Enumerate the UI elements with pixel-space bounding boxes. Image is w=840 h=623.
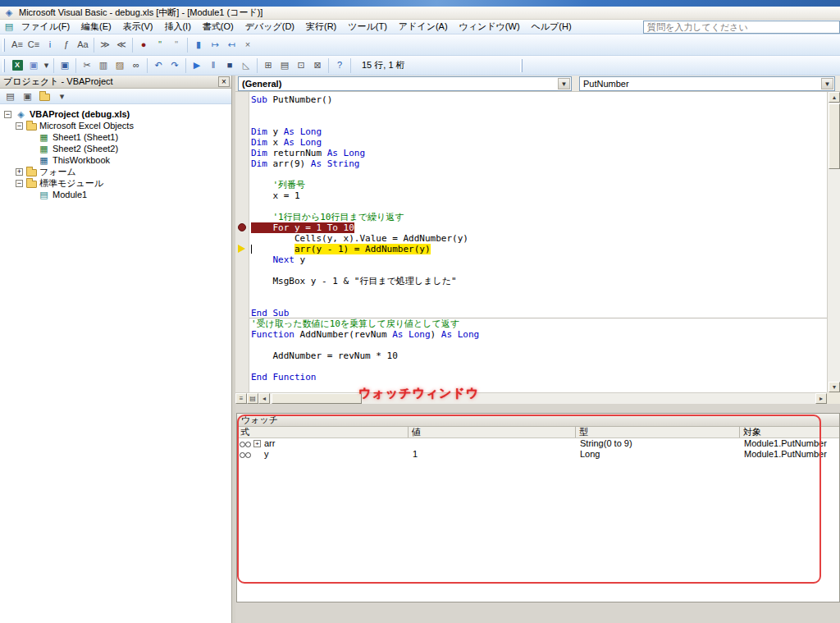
insert-userform-icon[interactable]: ▣ <box>25 57 42 74</box>
collapse-icon[interactable]: − <box>16 180 23 187</box>
cut-icon[interactable]: ✂ <box>79 57 95 74</box>
watch-window-titlebar[interactable]: ウォッチ <box>237 414 839 427</box>
find-icon[interactable]: ∞ <box>128 57 144 74</box>
view-excel-icon[interactable]: X <box>9 57 25 74</box>
copy-icon[interactable]: ▥ <box>95 57 112 74</box>
vertical-scrollbar[interactable]: ▴ ▾ <box>827 92 840 392</box>
previous-bookmark-icon[interactable]: ↤ <box>223 37 240 53</box>
expand-icon[interactable]: + <box>253 440 261 447</box>
view-code-icon[interactable]: ▤ <box>2 89 18 103</box>
menu-item[interactable]: 挿入(I) <box>158 20 196 34</box>
scrollbar-track[interactable] <box>270 393 815 404</box>
help-icon[interactable]: ? <box>331 57 348 74</box>
full-module-view-button[interactable]: ▤ <box>247 393 258 404</box>
watch-column-header[interactable]: 対象 <box>740 427 839 437</box>
menu-item[interactable]: 書式(O) <box>197 20 240 34</box>
toggle-bookmark-icon[interactable]: ▮ <box>190 37 207 53</box>
view-object-icon[interactable]: ▣ <box>20 89 35 103</box>
code-line: Next y <box>251 254 827 265</box>
comment-block-icon[interactable]: '' <box>152 37 168 53</box>
chevron-down-icon[interactable]: ▼ <box>558 78 570 89</box>
properties-window-icon[interactable]: ▤ <box>276 57 293 74</box>
toolbar-drag-handle[interactable] <box>2 59 5 72</box>
code-seg: For y = 1 To 10 <box>251 222 354 233</box>
undo-icon[interactable]: ↶ <box>150 57 167 74</box>
scroll-right-icon[interactable]: ▸ <box>815 393 827 404</box>
code-lines[interactable]: Sub PutNumber()Dim y As LongDim x As Lon… <box>249 92 827 392</box>
watch-column-header[interactable]: 値 <box>409 427 576 437</box>
clear-bookmarks-icon[interactable]: × <box>240 37 256 53</box>
toggle-breakpoint-icon-glyph: ● <box>141 40 147 49</box>
menu-item[interactable]: 実行(R) <box>300 20 342 34</box>
horizontal-scrollbar[interactable]: ≡ ▤ ◂ ▸ <box>235 392 827 404</box>
reset-icon[interactable]: ■ <box>221 57 238 74</box>
expand-icon[interactable]: + <box>16 168 23 176</box>
tree-item[interactable]: Sheet1 (Sheet1) <box>0 131 231 143</box>
paste-icon[interactable]: ▨ <box>112 57 128 74</box>
breakpoint-icon[interactable] <box>238 223 246 231</box>
menu-item[interactable]: ウィンドウ(W) <box>454 20 526 34</box>
insert-dropdown-caret-icon[interactable]: ▾ <box>42 57 51 74</box>
indent-icon[interactable]: ≫ <box>97 37 113 53</box>
scroll-left-icon[interactable]: ◂ <box>258 393 270 404</box>
collapse-icon[interactable]: − <box>16 122 23 130</box>
chevron-down-icon[interactable]: ▼ <box>821 78 833 89</box>
menu-item[interactable]: 編集(E) <box>75 20 117 34</box>
question-input[interactable] <box>643 21 840 34</box>
scrollbar-thumb[interactable] <box>272 393 362 404</box>
scroll-up-icon[interactable]: ▴ <box>829 92 840 103</box>
object-browser-icon[interactable]: ⊡ <box>293 57 309 74</box>
redo-icon[interactable]: ↷ <box>167 57 183 74</box>
menu-item[interactable]: デバッグ(D) <box>240 20 300 34</box>
design-mode-icon[interactable]: ◺ <box>238 57 254 74</box>
procedure-view-button[interactable]: ≡ <box>235 393 247 404</box>
project-explorer-icon[interactable]: ⊞ <box>260 57 276 74</box>
save-icon[interactable]: ▣ <box>57 57 73 74</box>
next-bookmark-icon[interactable]: ↦ <box>207 37 223 53</box>
complete-word-icon-glyph: Aa <box>77 40 88 49</box>
menu-item[interactable]: 表示(V) <box>117 20 159 34</box>
uncomment-block-icon[interactable]: '' <box>168 37 185 53</box>
menu-item[interactable]: ツール(T) <box>342 20 393 34</box>
list-constants-icon[interactable]: C≡ <box>25 37 42 53</box>
break-icon[interactable]: ‖ <box>205 57 221 74</box>
toolbar-separator <box>328 58 329 73</box>
toolbar-drag-handle[interactable] <box>2 39 5 52</box>
tree-item[interactable]: −Microsoft Excel Objects <box>0 120 231 131</box>
tree-item[interactable]: Module1 <box>0 189 231 200</box>
object-dropdown[interactable]: (General) ▼ <box>238 76 572 91</box>
toolbar-options-icon[interactable]: ▾ <box>54 89 70 103</box>
code-margin[interactable] <box>235 92 249 392</box>
complete-word-icon[interactable]: Aa <box>75 37 91 53</box>
code-line: x = 1 <box>251 190 827 201</box>
tree-item[interactable]: −VBAProject (debug.xls) <box>0 108 231 120</box>
tree-item[interactable]: +フォーム <box>0 166 231 177</box>
watch-column-header[interactable]: 型 <box>576 427 740 437</box>
tree-item[interactable]: Sheet2 (Sheet2) <box>0 143 231 154</box>
menu-item[interactable]: ヘルプ(H) <box>526 20 578 34</box>
watch-column-header[interactable]: 式 <box>237 427 409 437</box>
procedure-dropdown[interactable]: PutNumber ▼ <box>579 76 835 91</box>
run-icon[interactable]: ▶ <box>189 57 205 74</box>
toggle-breakpoint-icon[interactable]: ● <box>135 37 152 53</box>
quick-info-icon[interactable]: i <box>42 37 58 53</box>
watch-row[interactable]: y1LongModule1.PutNumber <box>237 449 839 460</box>
code-line <box>251 361 827 372</box>
toolbox-icon[interactable]: ⊠ <box>309 57 326 74</box>
scrollbar-thumb[interactable] <box>829 103 840 169</box>
tree-item[interactable]: ThisWorkbook <box>0 154 231 166</box>
collapse-icon[interactable]: − <box>4 111 11 118</box>
tree-item[interactable]: −標準モジュール <box>0 177 231 189</box>
scroll-down-icon[interactable]: ▾ <box>829 382 840 392</box>
toolbar-drag-handle[interactable] <box>520 59 523 72</box>
tree-item-label: Sheet2 (Sheet2) <box>52 144 118 153</box>
list-properties-icon[interactable]: A≡ <box>9 37 25 53</box>
close-icon[interactable]: × <box>218 76 230 87</box>
menu-item[interactable]: ファイル(F) <box>16 20 75 34</box>
watch-row[interactable]: +arrString(0 to 9)Module1.PutNumber <box>237 438 839 449</box>
watch-expression-cell: +arr <box>237 438 409 449</box>
toggle-folders-icon[interactable] <box>37 89 52 103</box>
outdent-icon[interactable]: ≪ <box>113 37 130 53</box>
parameter-info-icon[interactable]: ƒ <box>58 37 75 53</box>
menu-item[interactable]: アドイン(A) <box>393 20 454 34</box>
